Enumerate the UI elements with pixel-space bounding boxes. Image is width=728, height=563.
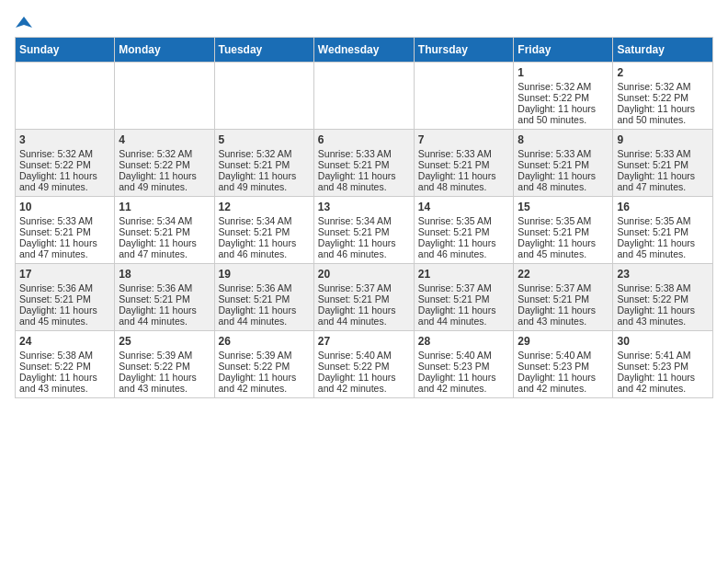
- sunrise-text: Sunrise: 5:40 AM: [518, 350, 591, 361]
- calendar-week-row: 10 Sunrise: 5:33 AM Sunset: 5:21 PM Dayl…: [16, 197, 713, 264]
- weekday-header: Sunday: [16, 38, 115, 63]
- sunrise-text: Sunrise: 5:38 AM: [19, 350, 93, 361]
- daylight-text: Daylight: 11 hours and 47 minutes.: [617, 170, 695, 192]
- sunset-text: Sunset: 5:22 PM: [19, 159, 91, 170]
- calendar-cell: 16 Sunrise: 5:35 AM Sunset: 5:21 PM Dayl…: [613, 197, 713, 264]
- sunset-text: Sunset: 5:21 PM: [318, 159, 390, 170]
- sunrise-text: Sunrise: 5:33 AM: [518, 148, 591, 159]
- calendar-cell: 5 Sunrise: 5:32 AM Sunset: 5:21 PM Dayli…: [214, 130, 313, 197]
- sunset-text: Sunset: 5:21 PM: [119, 293, 190, 304]
- calendar-cell: 27 Sunrise: 5:40 AM Sunset: 5:22 PM Dayl…: [313, 331, 414, 398]
- sunset-text: Sunset: 5:23 PM: [418, 361, 490, 372]
- calendar-cell: 9 Sunrise: 5:33 AM Sunset: 5:21 PM Dayli…: [613, 130, 713, 197]
- daylight-text: Daylight: 11 hours and 44 minutes.: [318, 304, 396, 327]
- daylight-text: Daylight: 11 hours and 48 minutes.: [418, 170, 496, 192]
- calendar-cell: [16, 63, 115, 130]
- daylight-text: Daylight: 11 hours and 42 minutes.: [418, 372, 496, 394]
- sunrise-text: Sunrise: 5:33 AM: [617, 148, 690, 159]
- day-number: 9: [617, 133, 709, 146]
- sunset-text: Sunset: 5:22 PM: [518, 92, 589, 103]
- sunrise-text: Sunrise: 5:32 AM: [518, 81, 591, 92]
- day-number: 2: [617, 66, 709, 79]
- daylight-text: Daylight: 11 hours and 44 minutes.: [219, 304, 297, 327]
- sunrise-text: Sunrise: 5:40 AM: [318, 350, 392, 361]
- sunrise-text: Sunrise: 5:33 AM: [318, 148, 392, 159]
- calendar-table: SundayMondayTuesdayWednesdayThursdayFrid…: [15, 37, 713, 398]
- sunset-text: Sunset: 5:22 PM: [318, 361, 390, 372]
- sunset-text: Sunset: 5:22 PM: [119, 361, 190, 372]
- calendar-cell: 1 Sunrise: 5:32 AM Sunset: 5:22 PM Dayli…: [514, 63, 613, 130]
- sunrise-text: Sunrise: 5:38 AM: [617, 282, 690, 293]
- calendar-cell: 30 Sunrise: 5:41 AM Sunset: 5:23 PM Dayl…: [613, 331, 713, 398]
- day-number: 17: [19, 268, 110, 281]
- day-number: 25: [119, 335, 210, 348]
- calendar-cell: 19 Sunrise: 5:36 AM Sunset: 5:21 PM Dayl…: [214, 264, 313, 331]
- sunrise-text: Sunrise: 5:35 AM: [418, 215, 492, 226]
- daylight-text: Daylight: 11 hours and 45 minutes.: [617, 237, 695, 259]
- day-number: 26: [219, 335, 310, 348]
- sunrise-text: Sunrise: 5:37 AM: [518, 282, 591, 293]
- day-number: 20: [318, 268, 410, 281]
- sunrise-text: Sunrise: 5:36 AM: [19, 282, 93, 293]
- day-number: 24: [19, 335, 110, 348]
- calendar-cell: 17 Sunrise: 5:36 AM Sunset: 5:21 PM Dayl…: [16, 264, 115, 331]
- sunset-text: Sunset: 5:23 PM: [518, 361, 589, 372]
- calendar-cell: 25 Sunrise: 5:39 AM Sunset: 5:22 PM Dayl…: [115, 331, 214, 398]
- calendar-cell: 3 Sunrise: 5:32 AM Sunset: 5:22 PM Dayli…: [16, 130, 115, 197]
- calendar-cell: 4 Sunrise: 5:32 AM Sunset: 5:22 PM Dayli…: [115, 130, 214, 197]
- daylight-text: Daylight: 11 hours and 43 minutes.: [119, 372, 197, 394]
- daylight-text: Daylight: 11 hours and 46 minutes.: [318, 237, 396, 259]
- sunset-text: Sunset: 5:21 PM: [518, 159, 589, 170]
- sunset-text: Sunset: 5:21 PM: [418, 226, 490, 237]
- calendar-cell: [414, 63, 514, 130]
- day-number: 28: [418, 335, 510, 348]
- sunset-text: Sunset: 5:21 PM: [119, 226, 190, 237]
- sunset-text: Sunset: 5:21 PM: [19, 293, 91, 304]
- day-number: 23: [617, 268, 709, 281]
- svg-marker-0: [16, 17, 32, 28]
- calendar-week-row: 17 Sunrise: 5:36 AM Sunset: 5:21 PM Dayl…: [16, 264, 713, 331]
- day-number: 1: [518, 66, 609, 79]
- calendar-cell: 26 Sunrise: 5:39 AM Sunset: 5:22 PM Dayl…: [214, 331, 313, 398]
- sunset-text: Sunset: 5:21 PM: [318, 293, 390, 304]
- sunset-text: Sunset: 5:21 PM: [617, 226, 688, 237]
- sunrise-text: Sunrise: 5:32 AM: [19, 148, 93, 159]
- day-number: 19: [219, 268, 310, 281]
- day-number: 7: [418, 133, 510, 146]
- sunset-text: Sunset: 5:22 PM: [19, 361, 91, 372]
- sunset-text: Sunset: 5:21 PM: [617, 159, 688, 170]
- calendar-cell: 28 Sunrise: 5:40 AM Sunset: 5:23 PM Dayl…: [414, 331, 514, 398]
- daylight-text: Daylight: 11 hours and 43 minutes.: [19, 372, 97, 394]
- daylight-text: Daylight: 11 hours and 48 minutes.: [318, 170, 396, 192]
- daylight-text: Daylight: 11 hours and 49 minutes.: [119, 170, 197, 192]
- calendar-cell: 8 Sunrise: 5:33 AM Sunset: 5:21 PM Dayli…: [514, 130, 613, 197]
- sunrise-text: Sunrise: 5:36 AM: [119, 282, 192, 293]
- sunrise-text: Sunrise: 5:34 AM: [219, 215, 292, 226]
- daylight-text: Daylight: 11 hours and 42 minutes.: [318, 372, 396, 394]
- calendar-header-row: SundayMondayTuesdayWednesdayThursdayFrid…: [16, 38, 713, 63]
- day-number: 5: [219, 133, 310, 146]
- calendar-cell: 7 Sunrise: 5:33 AM Sunset: 5:21 PM Dayli…: [414, 130, 514, 197]
- logo: [15, 15, 32, 29]
- day-number: 16: [617, 201, 709, 213]
- calendar-cell: 23 Sunrise: 5:38 AM Sunset: 5:22 PM Dayl…: [613, 264, 713, 331]
- sunrise-text: Sunrise: 5:37 AM: [418, 282, 492, 293]
- daylight-text: Daylight: 11 hours and 46 minutes.: [219, 237, 297, 259]
- sunset-text: Sunset: 5:21 PM: [318, 226, 390, 237]
- daylight-text: Daylight: 11 hours and 49 minutes.: [19, 170, 97, 192]
- daylight-text: Daylight: 11 hours and 43 minutes.: [518, 304, 596, 327]
- weekday-header: Friday: [514, 38, 613, 63]
- sunset-text: Sunset: 5:22 PM: [617, 92, 688, 103]
- sunset-text: Sunset: 5:21 PM: [219, 293, 290, 304]
- sunrise-text: Sunrise: 5:32 AM: [219, 148, 292, 159]
- daylight-text: Daylight: 11 hours and 50 minutes.: [617, 103, 695, 125]
- calendar-cell: 2 Sunrise: 5:32 AM Sunset: 5:22 PM Dayli…: [613, 63, 713, 130]
- sunset-text: Sunset: 5:21 PM: [219, 226, 290, 237]
- sunrise-text: Sunrise: 5:39 AM: [119, 350, 192, 361]
- weekday-header: Wednesday: [313, 38, 414, 63]
- calendar-cell: 14 Sunrise: 5:35 AM Sunset: 5:21 PM Dayl…: [414, 197, 514, 264]
- calendar-cell: 6 Sunrise: 5:33 AM Sunset: 5:21 PM Dayli…: [313, 130, 414, 197]
- daylight-text: Daylight: 11 hours and 42 minutes.: [617, 372, 695, 394]
- daylight-text: Daylight: 11 hours and 43 minutes.: [617, 304, 695, 327]
- daylight-text: Daylight: 11 hours and 47 minutes.: [119, 237, 197, 259]
